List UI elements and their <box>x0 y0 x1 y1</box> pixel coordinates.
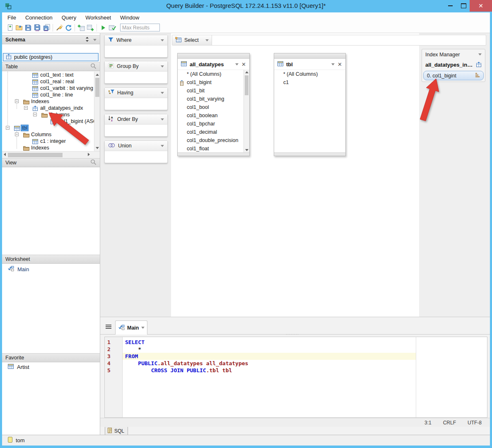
column-item-col1-bool[interactable]: col1_bool <box>178 103 249 111</box>
clause-block-having[interactable]: Having <box>104 87 168 110</box>
code-area[interactable]: SELECT *FROM PUBLIC.all_datatypes all_da… <box>123 337 416 374</box>
scrollbar-thumb[interactable] <box>8 153 63 157</box>
clause-body[interactable] <box>105 46 167 58</box>
new-worksheet-icon[interactable] <box>5 24 14 32</box>
scrollbar-thumb[interactable] <box>245 75 248 95</box>
column-item-all-columns[interactable]: * (All Columns) <box>274 70 345 78</box>
save-as-icon[interactable] <box>33 24 42 32</box>
menu-item-worksheet[interactable]: Worksheet <box>85 14 111 21</box>
column-item-col1-decimal[interactable]: col1_decimal <box>178 128 249 136</box>
tab-main[interactable]: Main <box>115 320 147 335</box>
tree-item-indexes[interactable]: −Indexes <box>2 98 94 105</box>
card-scrollbar[interactable] <box>244 70 249 153</box>
chevron-down-icon[interactable] <box>235 63 239 65</box>
scroll-down-icon[interactable] <box>245 149 248 151</box>
scroll-down-icon[interactable] <box>96 147 99 149</box>
column-item-c1[interactable]: c1 <box>274 78 345 87</box>
query-builder-icon[interactable] <box>108 24 117 32</box>
tree-item-col1-line-line[interactable]: col1_line : line <box>2 92 94 98</box>
tree-item-col1-text-text[interactable]: col1_text : text <box>2 72 94 78</box>
menu-item-window[interactable]: Window <box>120 14 139 21</box>
column-item-col1-bigint[interactable]: col1_bigint <box>178 78 249 87</box>
max-results-input[interactable] <box>120 24 160 31</box>
close-icon[interactable]: ✕ <box>241 61 246 67</box>
expander-minus-icon[interactable]: − <box>24 106 28 110</box>
add-join-table-icon[interactable] <box>86 24 95 32</box>
menu-item-connection[interactable]: Connection <box>25 14 53 21</box>
column-item-col1-double-precision[interactable]: col1_double_precision <box>178 136 249 145</box>
chevron-down-icon[interactable] <box>205 39 209 41</box>
splitter-handle[interactable]: ········ <box>286 332 299 336</box>
chevron-down-icon[interactable] <box>331 63 335 65</box>
column-item-col1-bit-varying[interactable]: col1_bit_varying <box>178 95 249 103</box>
column-item-col1-bit[interactable]: col1_bit <box>178 87 249 95</box>
clause-body[interactable] <box>105 151 167 163</box>
tree-horizontal-scrollbar[interactable] <box>2 151 100 158</box>
menu-item-file[interactable]: File <box>7 14 16 21</box>
select-clause-tab[interactable]: Select <box>172 35 212 45</box>
worksheet-item-main[interactable]: Main <box>8 266 29 272</box>
refresh-icon[interactable] <box>64 24 73 32</box>
scroll-left-icon[interactable] <box>4 153 6 156</box>
expander-minus-icon[interactable]: − <box>15 132 19 136</box>
chevron-down-icon[interactable] <box>161 39 164 41</box>
search-icon[interactable] <box>90 63 96 70</box>
tree-item-col1-varbit-bit-varying[interactable]: col1_varbit : bit varying <box>2 85 94 92</box>
schema-selected-item[interactable]: public (postgres) <box>3 53 99 61</box>
worksheet-section-header[interactable]: Worksheet <box>2 255 100 264</box>
open-file-icon[interactable] <box>14 24 24 32</box>
tree-item-col1-real-real[interactable]: col1_real : real <box>2 78 94 85</box>
tab-sql[interactable]: SQL <box>105 427 128 435</box>
clause-block-where[interactable]: Where <box>104 35 168 58</box>
schema-header[interactable]: Schema <box>2 35 100 44</box>
chevron-down-icon[interactable] <box>161 145 164 147</box>
connect-icon[interactable] <box>55 24 64 32</box>
worksheet-list-icon[interactable] <box>105 323 112 331</box>
chevron-down-icon[interactable] <box>478 53 482 55</box>
expander-minus-icon[interactable]: − <box>33 113 37 116</box>
expander-minus-icon[interactable]: − <box>6 126 10 130</box>
table-card-all-datatypes[interactable]: all_datatypes ✕ * (All Columns)col1_bigi… <box>177 53 250 156</box>
scroll-up-icon[interactable] <box>96 74 99 76</box>
chevron-down-icon[interactable] <box>161 65 164 67</box>
search-icon[interactable] <box>90 159 96 166</box>
chevron-down-icon[interactable] <box>141 327 145 329</box>
scroll-up-icon[interactable] <box>245 71 248 73</box>
add-table-icon[interactable] <box>77 24 86 32</box>
save-icon[interactable] <box>24 24 33 32</box>
column-item-col1-bpchar[interactable]: col1_bpchar <box>178 120 249 128</box>
execute-icon[interactable] <box>99 24 108 32</box>
sort-icon[interactable] <box>85 37 89 43</box>
index-manager-header[interactable]: Index Manager <box>422 49 485 60</box>
chevron-down-icon[interactable] <box>161 118 164 120</box>
scrollbar-thumb[interactable] <box>95 78 99 97</box>
maximize-button[interactable] <box>457 0 470 12</box>
title-bar[interactable]: Query Builder - PostgreSQL 172.24.1.153 … <box>0 0 492 12</box>
card-title-row[interactable]: tbl ✕ <box>274 59 345 70</box>
column-item-col1-float[interactable]: col1_float <box>178 145 249 153</box>
sql-editor[interactable]: 12345 SELECT *FROM PUBLIC.all_datatypes … <box>104 337 487 418</box>
favorite-item-artist[interactable]: Artist <box>8 364 29 370</box>
clause-block-group-by[interactable]: Group By <box>104 61 168 84</box>
table-card-tbl[interactable]: tbl ✕ * (All Columns)c1 <box>274 53 346 156</box>
clause-header[interactable]: Union <box>105 141 167 151</box>
clause-body[interactable] <box>105 72 167 84</box>
favorite-section-header[interactable]: Favorite <box>2 353 100 362</box>
close-icon[interactable]: ✕ <box>338 61 342 67</box>
clause-header[interactable]: Having <box>105 88 167 98</box>
chevron-down-icon[interactable] <box>161 92 164 94</box>
close-button[interactable]: ✕ <box>470 0 492 12</box>
save-all-icon[interactable] <box>42 24 51 32</box>
table-section-header[interactable]: Table <box>2 62 100 71</box>
scroll-right-icon[interactable] <box>88 153 90 156</box>
clause-block-order-by[interactable]: azOrder By <box>104 114 168 137</box>
menu-item-query[interactable]: Query <box>62 14 76 21</box>
index-name-row[interactable]: all_datatypes_indx (... <box>422 60 485 70</box>
card-drag-strip[interactable] <box>178 53 249 59</box>
clause-header[interactable]: azOrder By <box>105 114 167 125</box>
expander-minus-icon[interactable]: − <box>15 99 19 103</box>
card-title-row[interactable]: all_datatypes ✕ <box>178 59 249 70</box>
view-section-header[interactable]: View <box>2 158 100 167</box>
clause-body[interactable] <box>105 98 167 110</box>
column-item-col1-boolean[interactable]: col1_boolean <box>178 111 249 120</box>
